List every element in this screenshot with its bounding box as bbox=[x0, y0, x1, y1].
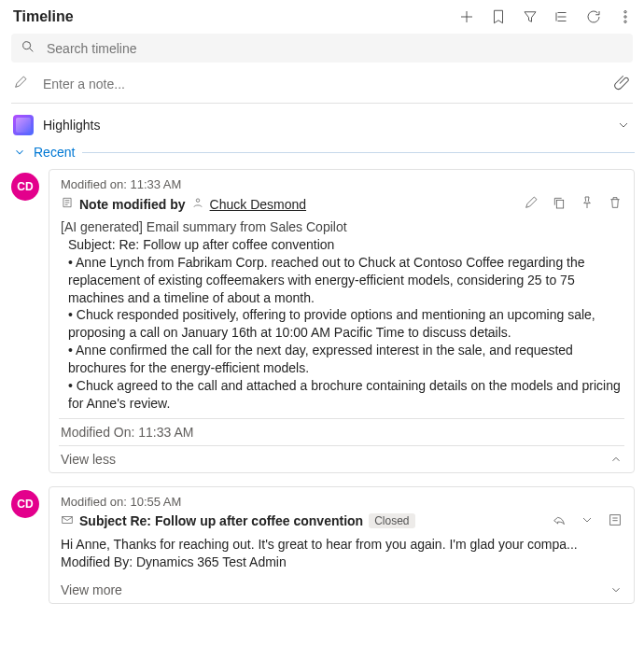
delete-icon[interactable] bbox=[608, 195, 623, 213]
timeline-item: CD Modified on: 11:33 AM Note modified b… bbox=[11, 169, 635, 473]
card-actions bbox=[524, 195, 623, 213]
author-link[interactable]: Chuck Desmond bbox=[210, 197, 307, 212]
subject-line: Subject: Re: Follow up after coffee conv… bbox=[61, 236, 623, 254]
svg-point-2 bbox=[624, 21, 626, 22]
timeline-item: CD Modified on: 10:55 AM Subject Re: Fol… bbox=[11, 486, 635, 604]
edit-icon[interactable] bbox=[524, 195, 539, 213]
bullet: • Chuck responded positively, offering t… bbox=[61, 306, 623, 342]
search-input[interactable] bbox=[45, 40, 623, 57]
chevron-up-icon bbox=[609, 453, 623, 466]
bullet: • Anne confirmed the call for the next d… bbox=[61, 342, 623, 377]
modified-by: Modified By: Dynamics 365 Test Admin bbox=[61, 554, 623, 571]
add-icon[interactable] bbox=[457, 7, 476, 26]
timeline-card: Modified on: 10:55 AM Subject Re: Follow… bbox=[49, 486, 635, 604]
refresh-icon[interactable] bbox=[584, 7, 603, 26]
subject-label: Subject Re: Follow up after coffee conve… bbox=[79, 513, 363, 528]
chevron-down-icon bbox=[609, 583, 623, 596]
chevron-down-icon[interactable] bbox=[616, 118, 631, 133]
bullet: • Anne Lynch from Fabrikam Corp. reached… bbox=[61, 254, 623, 307]
recent-label: Recent bbox=[34, 145, 75, 160]
avatar: CD bbox=[11, 173, 39, 201]
modified-on-bottom: Modified On: 11:33 AM bbox=[61, 425, 623, 440]
recent-header[interactable]: Recent bbox=[13, 145, 635, 160]
divider bbox=[82, 152, 635, 153]
status-badge: Closed bbox=[369, 513, 414, 528]
chevron-down-icon[interactable] bbox=[580, 512, 595, 530]
search-bar[interactable] bbox=[11, 34, 633, 63]
email-icon bbox=[61, 513, 74, 529]
attachment-icon[interactable] bbox=[614, 74, 631, 93]
ai-header: [AI generated] Email summary from Sales … bbox=[61, 218, 623, 236]
chevron-down-icon[interactable] bbox=[13, 146, 26, 159]
view-more-label: View more bbox=[61, 582, 122, 597]
highlights-label: Highlights bbox=[43, 118, 100, 133]
card-actions bbox=[552, 512, 623, 530]
highlights-row[interactable]: Highlights bbox=[11, 109, 633, 141]
more-icon[interactable] bbox=[616, 7, 635, 26]
bookmark-icon[interactable] bbox=[489, 7, 508, 26]
sort-icon[interactable] bbox=[553, 7, 571, 26]
divider bbox=[59, 418, 624, 419]
note-entry[interactable] bbox=[11, 66, 633, 104]
modified-on: Modified on: 10:55 AM bbox=[61, 495, 623, 509]
timeline-card: Modified on: 11:33 AM Note modified by C… bbox=[49, 169, 635, 473]
bullet: • Chuck agreed to the call and attached … bbox=[61, 377, 623, 413]
svg-rect-7 bbox=[610, 514, 621, 525]
reply-icon[interactable] bbox=[552, 512, 567, 530]
view-less-label: View less bbox=[61, 452, 116, 467]
filter-icon[interactable] bbox=[521, 7, 539, 26]
page-title: Timeline bbox=[13, 8, 74, 25]
action-label: Note modified by bbox=[79, 197, 186, 212]
view-less-button[interactable]: View less bbox=[61, 452, 623, 467]
avatar: CD bbox=[11, 490, 39, 518]
divider bbox=[59, 445, 624, 446]
modified-on: Modified on: 11:33 AM bbox=[61, 177, 623, 191]
note-input[interactable] bbox=[41, 76, 601, 92]
svg-point-4 bbox=[196, 199, 200, 203]
svg-rect-6 bbox=[63, 516, 73, 523]
email-preview: Hi Anne, Thanks for reaching out. It's g… bbox=[61, 536, 623, 554]
svg-point-1 bbox=[624, 16, 626, 18]
person-icon bbox=[191, 196, 204, 212]
pin-icon[interactable] bbox=[580, 195, 595, 213]
svg-rect-5 bbox=[556, 200, 563, 208]
header-actions bbox=[457, 7, 635, 26]
open-record-icon[interactable] bbox=[608, 512, 623, 530]
search-icon bbox=[21, 39, 35, 57]
copilot-icon bbox=[13, 115, 34, 135]
pencil-icon bbox=[13, 75, 28, 92]
view-more-button[interactable]: View more bbox=[61, 582, 623, 597]
note-icon bbox=[61, 196, 74, 212]
svg-point-3 bbox=[23, 42, 31, 49]
svg-point-0 bbox=[624, 11, 626, 13]
copy-icon[interactable] bbox=[552, 195, 567, 213]
